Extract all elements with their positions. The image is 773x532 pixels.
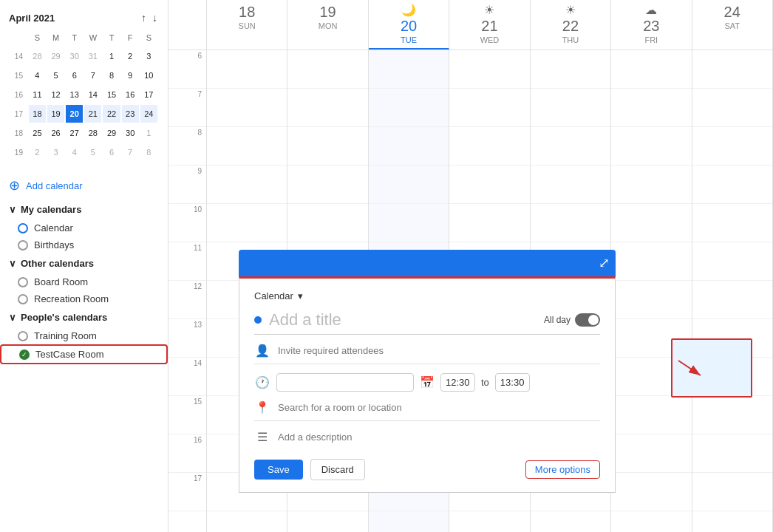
mini-cal-day[interactable]: 7 [122,143,139,161]
day-cell[interactable] [611,434,691,473]
day-cell[interactable] [531,50,610,89]
day-cell[interactable] [207,50,287,89]
day-cell[interactable] [369,204,449,242]
allday-toggle[interactable] [575,313,600,327]
start-time-select[interactable]: 12:30 13:00 13:30 [440,373,475,392]
mini-cal-day[interactable]: 7 [84,66,101,84]
day-cell[interactable] [207,166,287,204]
sidebar-item-recreation-room[interactable]: Recreation Room [0,290,168,307]
day-cell[interactable] [287,50,367,89]
mini-cal-day[interactable]: 1 [103,47,120,65]
mini-cal-day[interactable]: 13 [66,86,83,103]
day-cell[interactable] [611,50,691,89]
day-cell[interactable] [287,127,367,166]
day-cell[interactable] [531,166,610,204]
location-input[interactable] [278,402,600,413]
day-cell[interactable] [449,127,529,166]
sidebar-item-training-room[interactable]: Training Room [0,327,168,344]
day-cell[interactable] [207,89,287,127]
day-cell[interactable] [369,89,449,127]
save-button[interactable]: Save [254,460,303,480]
mini-cal-day[interactable]: 26 [47,124,64,142]
mini-cal-day[interactable]: 6 [103,143,120,161]
day-cell[interactable] [611,204,691,242]
add-calendar-button[interactable]: ⊕ Add calendar [0,171,168,200]
mini-cal-day[interactable]: 4 [66,143,83,161]
day-cell[interactable] [692,434,772,473]
day-cell[interactable] [611,396,691,434]
popup-header[interactable]: ⤢ [239,250,616,276]
mini-cal-day[interactable]: 8 [140,143,157,161]
day-cell[interactable] [692,358,772,396]
day-cell[interactable] [207,127,287,166]
mini-cal-day[interactable]: 17 [140,86,157,103]
day-cell[interactable] [611,166,691,204]
mini-cal-day[interactable]: 9 [122,66,139,84]
day-cell[interactable] [369,50,449,89]
day-cell[interactable] [449,166,529,204]
popup-expand-button[interactable]: ⤢ [599,255,610,271]
mini-cal-day[interactable]: 14 [84,86,101,103]
end-time-select[interactable]: 13:30 14:00 14:30 [495,373,530,392]
mini-cal-day[interactable]: 27 [66,124,83,142]
day-cell[interactable] [531,204,610,242]
mini-cal-day[interactable]: 5 [84,143,101,161]
day-cell[interactable] [207,204,287,242]
description-input[interactable] [278,432,600,443]
calendar-selector[interactable]: Calendar ▾ [254,290,600,301]
other-calendars-header[interactable]: ∨ Other calendars [0,253,168,273]
mini-cal-day[interactable]: 4 [29,66,46,84]
mini-cal-day[interactable]: 18 [29,105,46,123]
sidebar-item-testcase-room[interactable]: ✓ TestCase Room [0,344,168,364]
day-col-sat[interactable] [692,50,773,532]
day-cell[interactable] [531,89,610,127]
day-cell[interactable] [692,242,772,281]
sidebar-item-board-room[interactable]: Board Room [0,273,168,290]
day-col-fri[interactable] [611,50,692,532]
day-cell[interactable] [692,204,772,242]
mini-cal-day[interactable]: 24 [140,105,157,123]
day-cell[interactable] [692,281,772,319]
day-cell[interactable] [692,127,772,166]
day-cell[interactable] [692,166,772,204]
mini-cal-day[interactable]: 3 [47,143,64,161]
day-cell[interactable] [611,89,691,127]
mini-cal-day[interactable]: 16 [122,86,139,103]
day-cell[interactable] [692,319,772,358]
mini-cal-day[interactable]: 10 [140,66,157,84]
mini-cal-day[interactable]: 1 [140,124,157,142]
day-cell[interactable] [449,50,529,89]
more-options-button[interactable]: More options [525,460,600,479]
mini-cal-day[interactable]: 31 [84,47,101,65]
day-cell[interactable] [287,166,367,204]
day-cell[interactable] [449,204,529,242]
day-cell[interactable] [611,358,691,396]
mini-cal-prev-button[interactable]: ↑ [140,12,148,24]
day-cell[interactable] [449,89,529,127]
mini-cal-day[interactable]: 15 [103,86,120,103]
date-input[interactable]: 4/23/2021 [276,373,414,392]
day-cell[interactable] [369,166,449,204]
mini-cal-day[interactable]: 6 [66,66,83,84]
mini-cal-day[interactable]: 29 [103,124,120,142]
sidebar-item-birthdays[interactable]: Birthdays [0,236,168,253]
mini-cal-day[interactable]: 28 [29,47,46,65]
day-cell[interactable] [531,127,610,166]
peoples-calendars-header[interactable]: ∨ People's calendars [0,307,168,327]
day-cell[interactable] [692,50,772,89]
mini-cal-next-button[interactable]: ↓ [151,12,159,24]
mini-cal-day[interactable]: 29 [47,47,64,65]
attendees-input[interactable] [278,345,600,356]
mini-cal-day[interactable]: 28 [84,124,101,142]
day-cell[interactable] [287,204,367,242]
day-cell[interactable] [692,89,772,127]
day-cell[interactable] [611,473,691,511]
day-cell[interactable] [369,127,449,166]
day-cell[interactable] [611,242,691,281]
my-calendars-header[interactable]: ∨ My calendars [0,200,168,219]
mini-cal-day[interactable]: 5 [47,66,64,84]
sidebar-item-calendar[interactable]: Calendar [0,219,168,236]
day-cell[interactable] [287,89,367,127]
day-cell[interactable] [611,127,691,166]
day-cell[interactable] [611,319,691,358]
